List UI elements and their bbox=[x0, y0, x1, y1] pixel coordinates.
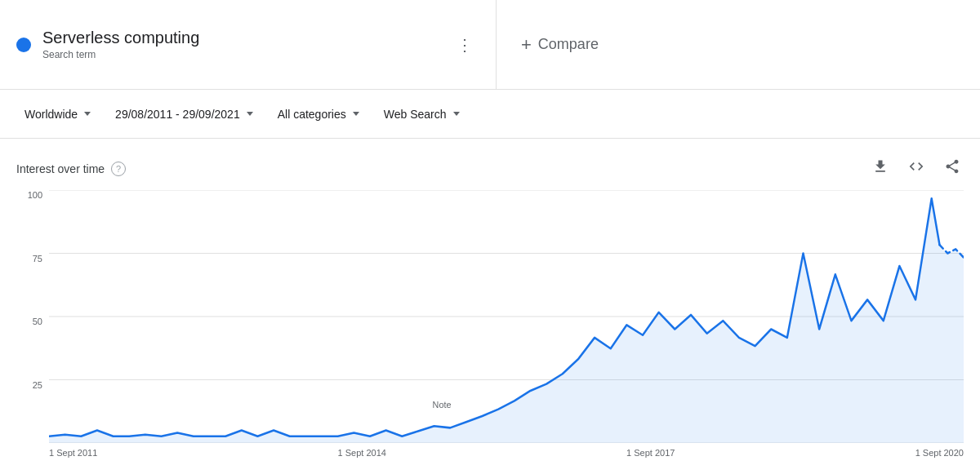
category-filter-button[interactable]: All categories bbox=[270, 103, 368, 126]
download-button[interactable] bbox=[869, 155, 892, 182]
y-label-100: 100 bbox=[28, 190, 42, 200]
download-icon bbox=[872, 158, 889, 175]
search-type-chevron-icon bbox=[453, 112, 460, 116]
date-range-filter-label: 29/08/2011 - 29/09/2021 bbox=[115, 108, 240, 121]
search-term-panel: Serverless computing Search term ⋮ bbox=[0, 0, 497, 89]
search-term-dot bbox=[16, 38, 31, 52]
trend-chart-svg: Note bbox=[49, 190, 964, 443]
search-term-text: Serverless computing Search term bbox=[42, 29, 199, 60]
chart-title-area: Interest over time ? bbox=[16, 162, 126, 176]
chart-title: Interest over time bbox=[16, 162, 105, 175]
x-label-2014: 1 Sept 2014 bbox=[338, 448, 386, 458]
chart-area: Note bbox=[49, 190, 964, 443]
region-filter-label: Worldwide bbox=[24, 108, 78, 121]
x-label-2020: 1 Sept 2020 bbox=[915, 448, 964, 458]
search-type-filter-label: Web Search bbox=[384, 108, 447, 121]
y-label-50: 50 bbox=[33, 317, 42, 326]
search-term-type: Search term bbox=[42, 49, 199, 60]
share-button[interactable] bbox=[941, 155, 964, 182]
more-options-icon: ⋮ bbox=[457, 36, 473, 54]
svg-marker-5 bbox=[49, 198, 964, 443]
compare-button[interactable]: + Compare bbox=[521, 34, 599, 55]
chart-header: Interest over time ? bbox=[16, 155, 964, 182]
x-label-2011: 1 Sept 2011 bbox=[49, 448, 97, 458]
code-icon bbox=[908, 158, 924, 175]
region-chevron-icon bbox=[84, 112, 91, 116]
help-icon[interactable]: ? bbox=[111, 162, 126, 176]
y-axis: 100 75 50 25 bbox=[16, 190, 49, 443]
y-label-75: 75 bbox=[33, 254, 42, 264]
date-range-filter-button[interactable]: 29/08/2011 - 29/09/2021 bbox=[107, 103, 261, 126]
filters-bar: Worldwide 29/08/2011 - 29/09/2021 All ca… bbox=[0, 90, 980, 139]
y-label-25: 25 bbox=[33, 380, 42, 390]
more-options-button[interactable]: ⋮ bbox=[450, 29, 479, 61]
date-range-chevron-icon bbox=[247, 112, 253, 116]
chart-section: Interest over time ? 100 bbox=[0, 139, 980, 467]
svg-text:Note: Note bbox=[433, 399, 452, 409]
share-icon bbox=[944, 158, 960, 175]
chart-actions bbox=[869, 155, 964, 182]
compare-plus-icon: + bbox=[521, 34, 532, 55]
x-label-2017: 1 Sept 2017 bbox=[626, 448, 675, 458]
embed-button[interactable] bbox=[905, 155, 928, 182]
category-chevron-icon bbox=[353, 112, 359, 116]
search-term-name: Serverless computing bbox=[42, 29, 199, 47]
search-type-filter-button[interactable]: Web Search bbox=[376, 103, 468, 126]
compare-label: Compare bbox=[538, 36, 599, 53]
category-filter-label: All categories bbox=[278, 108, 346, 121]
x-axis: 1 Sept 2011 1 Sept 2014 1 Sept 2017 1 Se… bbox=[49, 443, 964, 467]
compare-panel: + Compare bbox=[497, 0, 980, 89]
chart-wrapper: 100 75 50 25 bbox=[16, 190, 964, 467]
region-filter-button[interactable]: Worldwide bbox=[16, 103, 99, 126]
